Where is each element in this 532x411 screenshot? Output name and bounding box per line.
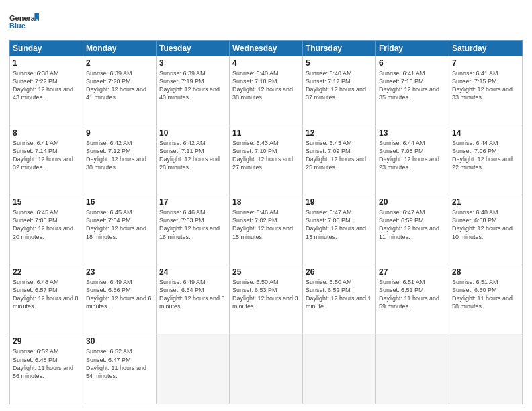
day-number: 20 [379, 197, 446, 207]
calendar-week-3: 22Sunrise: 6:48 AMSunset: 6:57 PMDayligh… [10, 265, 523, 334]
calendar-table: SundayMondayTuesdayWednesdayThursdayFrid… [9, 40, 523, 404]
day-info: Sunrise: 6:45 AMSunset: 7:04 PMDaylight:… [86, 208, 153, 241]
day-number: 30 [86, 336, 153, 346]
day-number: 8 [13, 128, 80, 138]
day-number: 12 [306, 128, 373, 138]
day-number: 23 [86, 267, 153, 277]
day-number: 21 [452, 197, 519, 207]
day-info: Sunrise: 6:50 AMSunset: 6:52 PMDaylight:… [306, 278, 373, 311]
day-number: 22 [13, 267, 80, 277]
day-info: Sunrise: 6:44 AMSunset: 7:06 PMDaylight:… [452, 139, 519, 172]
calendar-cell-w1-d6: 14Sunrise: 6:44 AMSunset: 7:06 PMDayligh… [449, 126, 523, 195]
day-number: 2 [86, 58, 153, 68]
day-number: 13 [379, 128, 446, 138]
calendar-week-0: 1Sunrise: 6:38 AMSunset: 7:22 PMDaylight… [10, 56, 523, 126]
calendar-cell-w2-d3: 18Sunrise: 6:46 AMSunset: 7:02 PMDayligh… [230, 195, 303, 265]
calendar-cell-w0-d2: 3Sunrise: 6:39 AMSunset: 7:19 PMDaylight… [157, 56, 230, 126]
day-info: Sunrise: 6:40 AMSunset: 7:18 PMDaylight:… [232, 69, 300, 102]
calendar-cell-w3-d2: 24Sunrise: 6:49 AMSunset: 6:54 PMDayligh… [157, 265, 230, 334]
day-info: Sunrise: 6:49 AMSunset: 6:54 PMDaylight:… [159, 278, 226, 311]
calendar-week-4: 29Sunrise: 6:52 AMSunset: 6:48 PMDayligh… [10, 334, 523, 404]
calendar-cell-w2-d4: 19Sunrise: 6:47 AMSunset: 7:00 PMDayligh… [303, 195, 376, 265]
day-number: 25 [232, 267, 300, 277]
calendar-cell-w0-d3: 4Sunrise: 6:40 AMSunset: 7:18 PMDaylight… [230, 56, 303, 126]
calendar-cell-w1-d1: 9Sunrise: 6:42 AMSunset: 7:12 PMDaylight… [83, 126, 157, 195]
calendar-cell-w1-d2: 10Sunrise: 6:42 AMSunset: 7:11 PMDayligh… [157, 126, 230, 195]
day-number: 26 [306, 267, 373, 277]
day-header-monday: Monday [83, 41, 157, 56]
calendar-cell-w4-d1: 30Sunrise: 6:52 AMSunset: 6:47 PMDayligh… [83, 334, 157, 404]
calendar-cell-w4-d3 [230, 334, 303, 404]
day-info: Sunrise: 6:47 AMSunset: 6:59 PMDaylight:… [379, 208, 446, 241]
calendar-week-2: 15Sunrise: 6:45 AMSunset: 7:05 PMDayligh… [10, 195, 523, 265]
day-number: 27 [379, 267, 446, 277]
day-number: 4 [232, 58, 300, 68]
day-header-friday: Friday [376, 41, 449, 56]
day-number: 9 [86, 128, 153, 138]
calendar-week-1: 8Sunrise: 6:41 AMSunset: 7:14 PMDaylight… [10, 126, 523, 195]
day-info: Sunrise: 6:47 AMSunset: 7:00 PMDaylight:… [306, 208, 373, 241]
calendar-cell-w3-d6: 28Sunrise: 6:51 AMSunset: 6:50 PMDayligh… [449, 265, 523, 334]
day-info: Sunrise: 6:38 AMSunset: 7:22 PMDaylight:… [13, 69, 80, 102]
day-number: 16 [86, 197, 153, 207]
day-info: Sunrise: 6:48 AMSunset: 6:58 PMDaylight:… [452, 208, 519, 241]
calendar-cell-w3-d1: 23Sunrise: 6:49 AMSunset: 6:56 PMDayligh… [83, 265, 157, 334]
calendar-cell-w2-d2: 17Sunrise: 6:46 AMSunset: 7:03 PMDayligh… [157, 195, 230, 265]
day-info: Sunrise: 6:49 AMSunset: 6:56 PMDaylight:… [86, 278, 153, 311]
calendar-cell-w4-d2 [157, 334, 230, 404]
day-info: Sunrise: 6:42 AMSunset: 7:12 PMDaylight:… [86, 139, 153, 172]
calendar-cell-w3-d0: 22Sunrise: 6:48 AMSunset: 6:57 PMDayligh… [10, 265, 83, 334]
day-info: Sunrise: 6:40 AMSunset: 7:17 PMDaylight:… [306, 69, 373, 102]
calendar-cell-w0-d4: 5Sunrise: 6:40 AMSunset: 7:17 PMDaylight… [303, 56, 376, 126]
day-info: Sunrise: 6:45 AMSunset: 7:05 PMDaylight:… [13, 208, 80, 241]
day-number: 18 [232, 197, 300, 207]
day-number: 24 [159, 267, 226, 277]
calendar-cell-w4-d5 [376, 334, 449, 404]
day-info: Sunrise: 6:52 AMSunset: 6:48 PMDaylight:… [13, 347, 80, 380]
day-info: Sunrise: 6:46 AMSunset: 7:03 PMDaylight:… [159, 208, 226, 241]
calendar-cell-w3-d5: 27Sunrise: 6:51 AMSunset: 6:51 PMDayligh… [376, 265, 449, 334]
day-header-thursday: Thursday [303, 41, 376, 56]
day-number: 5 [306, 58, 373, 68]
day-info: Sunrise: 6:51 AMSunset: 6:51 PMDaylight:… [379, 278, 446, 311]
day-info: Sunrise: 6:39 AMSunset: 7:19 PMDaylight:… [159, 69, 226, 102]
day-number: 15 [13, 197, 80, 207]
day-header-sunday: Sunday [10, 41, 83, 56]
calendar-header-row: SundayMondayTuesdayWednesdayThursdayFrid… [10, 41, 523, 56]
svg-text:Blue: Blue [9, 21, 26, 30]
day-number: 17 [159, 197, 226, 207]
day-number: 11 [232, 128, 300, 138]
day-number: 6 [379, 58, 446, 68]
day-number: 1 [13, 58, 80, 68]
day-number: 14 [452, 128, 519, 138]
header: General Blue [9, 8, 523, 35]
day-info: Sunrise: 6:50 AMSunset: 6:53 PMDaylight:… [232, 278, 300, 311]
calendar-cell-w0-d6: 7Sunrise: 6:41 AMSunset: 7:15 PMDaylight… [449, 56, 523, 126]
calendar-cell-w1-d3: 11Sunrise: 6:43 AMSunset: 7:10 PMDayligh… [230, 126, 303, 195]
calendar-cell-w0-d5: 6Sunrise: 6:41 AMSunset: 7:16 PMDaylight… [376, 56, 449, 126]
day-info: Sunrise: 6:52 AMSunset: 6:47 PMDaylight:… [86, 347, 153, 380]
calendar-cell-w1-d5: 13Sunrise: 6:44 AMSunset: 7:08 PMDayligh… [376, 126, 449, 195]
calendar-cell-w3-d4: 26Sunrise: 6:50 AMSunset: 6:52 PMDayligh… [303, 265, 376, 334]
day-info: Sunrise: 6:43 AMSunset: 7:10 PMDaylight:… [232, 139, 300, 172]
calendar-cell-w3-d3: 25Sunrise: 6:50 AMSunset: 6:53 PMDayligh… [230, 265, 303, 334]
logo-svg: General Blue [9, 8, 39, 35]
calendar-cell-w2-d6: 21Sunrise: 6:48 AMSunset: 6:58 PMDayligh… [449, 195, 523, 265]
calendar-cell-w4-d6 [449, 334, 523, 404]
calendar-cell-w2-d5: 20Sunrise: 6:47 AMSunset: 6:59 PMDayligh… [376, 195, 449, 265]
day-header-saturday: Saturday [449, 41, 523, 56]
day-header-tuesday: Tuesday [157, 41, 230, 56]
day-number: 7 [452, 58, 519, 68]
day-info: Sunrise: 6:48 AMSunset: 6:57 PMDaylight:… [13, 278, 80, 311]
day-number: 28 [452, 267, 519, 277]
calendar-cell-w1-d4: 12Sunrise: 6:43 AMSunset: 7:09 PMDayligh… [303, 126, 376, 195]
day-info: Sunrise: 6:44 AMSunset: 7:08 PMDaylight:… [379, 139, 446, 172]
day-number: 10 [159, 128, 226, 138]
day-number: 3 [159, 58, 226, 68]
day-info: Sunrise: 6:42 AMSunset: 7:11 PMDaylight:… [159, 139, 226, 172]
page: General Blue SundayMondayTuesdayWednesda… [0, 0, 532, 411]
day-info: Sunrise: 6:39 AMSunset: 7:20 PMDaylight:… [86, 69, 153, 102]
day-number: 19 [306, 197, 373, 207]
day-info: Sunrise: 6:41 AMSunset: 7:15 PMDaylight:… [452, 69, 519, 102]
day-number: 29 [13, 336, 80, 346]
